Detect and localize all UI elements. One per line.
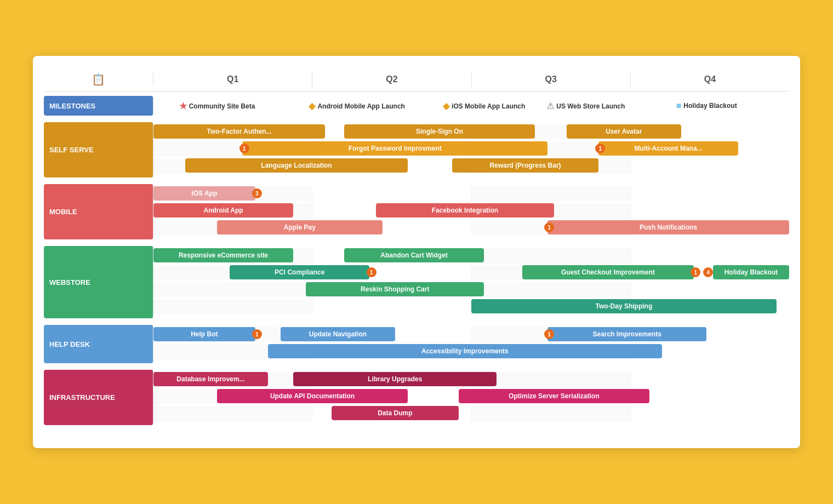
section-bars-self-serve: Two-Factor Authen...Single-Sign OnUser A… [153,122,789,177]
milestone-label: Android Mobile App Launch [317,102,405,110]
section-label-help-desk: HELP DESK [44,325,153,363]
bar-self-serve-1-0[interactable]: Forgot Password Improvment [242,141,547,156]
section-help-desk: HELP DESKHelp Bot1Update NavigationSearc… [44,325,789,363]
milestone-icon: ■ [676,101,682,111]
badge-webstore-1-0: 1 [367,267,376,277]
milestone-label: Holiday Blackout [683,102,737,110]
bar-webstore-1-0[interactable]: PCI Compliance [230,265,369,279]
bar-mobile-2-0[interactable]: Apple Pay [217,220,383,234]
quarter-q2: Q2 [312,72,471,87]
milestone-label: iOS Mobile App Launch [452,102,525,110]
bar-webstore-0-0[interactable]: Responsive eCommerce site [153,248,293,262]
bar-mobile-2-1[interactable]: Push Notifications [547,220,789,234]
bar-webstore-0-1[interactable]: Abandon Cart Widget [344,248,484,262]
bar-webstore-1-2[interactable]: Holiday Blackout [713,265,789,279]
bar-mobile-1-0[interactable]: Android App [153,203,293,217]
section-bars-mobile: iOS App3Android AppFacebook IntegrationA… [153,184,789,239]
badge-mobile-0-0: 3 [252,188,262,198]
bar-row-webstore-2: Reskin Shopping Cart [153,282,789,297]
bar-row-infrastructure-2: Data Dump [153,406,789,421]
quarter-q4: Q4 [631,72,789,87]
section-bars-help-desk: Help Bot1Update NavigationSearch Improve… [153,325,789,363]
bar-webstore-2-0[interactable]: Reskin Shopping Cart [306,282,484,296]
bar-mobile-0-0[interactable]: iOS App [153,186,255,201]
milestones-label: MILESTONES [44,96,153,116]
bar-webstore-3-0[interactable]: Two-Day Shipping [471,299,777,313]
milestones-area: ★Community Site Beta◆Android Mobile App … [153,96,789,116]
section-label-infrastructure: INFRASTRUCTURE [44,370,153,425]
section-mobile: MOBILEiOS App3Android AppFacebook Integr… [44,184,789,239]
bar-row-help-desk-0: Help Bot1Update NavigationSearch Improve… [153,327,789,342]
bar-row-mobile-1: Android AppFacebook Integration [153,203,789,219]
bar-row-help-desk-1: Accessibility Improvements [153,344,789,359]
bar-row-webstore-1: PCI Compliance1Guest Checkout Improvemen… [153,265,789,280]
bar-row-infrastructure-0: Database Improvem...Library Upgrades [153,372,789,387]
bar-row-self-serve-0: Two-Factor Authen...Single-Sign OnUser A… [153,124,789,140]
bar-help-desk-1-0[interactable]: Accessibility Improvements [268,344,662,358]
milestone-holiday: ■Holiday Blackout [676,101,737,111]
milestone-android: ◆Android Mobile App Launch [309,101,405,111]
bar-row-webstore-0: Responsive eCommerce siteAbandon Cart Wi… [153,248,789,264]
bar-self-serve-2-1[interactable]: Reward (Progress Bar) [452,158,598,173]
badge-self-serve-1-0: 1 [239,144,249,153]
milestone-icon: ⚠ [546,101,554,111]
badge2-webstore-1-1: 4 [703,267,713,277]
header-label-col: 📋 [44,73,153,86]
milestone-ios: ◆iOS Mobile App Launch [443,101,525,111]
chart-inner: 📋 Q1 Q2 Q3 Q4 MILESTONES ★Community Site… [44,72,789,432]
section-infrastructure: INFRASTRUCTUREDatabase Improvem...Librar… [44,370,789,425]
milestone-label: Community Site Beta [189,102,255,110]
bar-self-serve-2-0[interactable]: Language Localization [185,158,408,173]
badge-webstore-1-1: 1 [691,267,700,277]
milestone-community: ★Community Site Beta [179,101,255,111]
roadmap-chart: 📋 Q1 Q2 Q3 Q4 MILESTONES ★Community Site… [33,56,800,448]
milestone-icon: ★ [179,101,187,111]
bar-self-serve-1-1[interactable]: Multi-Account Mana... [598,141,738,156]
milestone-icon: ◆ [309,101,315,111]
bar-infrastructure-0-1[interactable]: Library Upgrades [293,372,497,386]
bar-infrastructure-2-0[interactable]: Data Dump [332,406,459,420]
bar-self-serve-0-1[interactable]: Single-Sign On [344,124,535,139]
bar-infrastructure-0-0[interactable]: Database Improvem... [153,372,268,386]
section-label-mobile: MOBILE [44,184,153,239]
bar-help-desk-0-2[interactable]: Search Improvements [547,327,706,341]
milestones-row: MILESTONES ★Community Site Beta◆Android … [44,96,789,116]
section-label-webstore: WEBSTORE [44,246,153,318]
milestone-webstore: ⚠US Web Store Launch [546,101,625,111]
bar-help-desk-0-0[interactable]: Help Bot [153,327,255,341]
bar-row-mobile-0: iOS App3 [153,186,789,202]
milestone-label: US Web Store Launch [556,102,625,110]
quarter-q3: Q3 [472,72,631,87]
quarter-q1: Q1 [153,72,312,87]
bar-mobile-1-1[interactable]: Facebook Integration [376,203,554,217]
bar-infrastructure-1-1[interactable]: Optimize Server Serialization [459,389,649,403]
header-row: 📋 Q1 Q2 Q3 Q4 [44,72,789,91]
badge-help-desk-0-0: 1 [252,329,262,339]
section-self-serve: SELF SERVETwo-Factor Authen...Single-Sig… [44,122,789,177]
section-label-self-serve: SELF SERVE [44,122,153,177]
quarters-area: Q1 Q2 Q3 Q4 [153,72,789,87]
section-bars-infrastructure: Database Improvem...Library UpgradesUpda… [153,370,789,425]
bar-webstore-1-1[interactable]: Guest Checkout Improvement [522,265,694,279]
bar-self-serve-0-0[interactable]: Two-Factor Authen... [153,124,325,139]
bar-row-self-serve-1: Forgot Password Improvment1Multi-Account… [153,141,789,157]
milestone-icon: ◆ [443,101,449,111]
bar-row-mobile-2: Apple PayPush Notifications1 [153,220,789,236]
milestones-title: MILESTONES [49,102,95,110]
section-webstore: WEBSTOREResponsive eCommerce siteAbandon… [44,246,789,318]
sections-container: SELF SERVETwo-Factor Authen...Single-Sig… [44,122,789,432]
bar-row-webstore-3: Two-Day Shipping [153,299,789,314]
bar-self-serve-0-2[interactable]: User Avatar [567,124,681,139]
bar-row-infrastructure-1: Update API DocumentationOptimize Server … [153,389,789,404]
bar-infrastructure-1-0[interactable]: Update API Documentation [217,389,408,403]
section-bars-webstore: Responsive eCommerce siteAbandon Cart Wi… [153,246,789,318]
bar-row-self-serve-2: Language LocalizationReward (Progress Ba… [153,158,789,174]
bar-help-desk-0-1[interactable]: Update Navigation [281,327,395,341]
header-icon: 📋 [92,73,105,86]
